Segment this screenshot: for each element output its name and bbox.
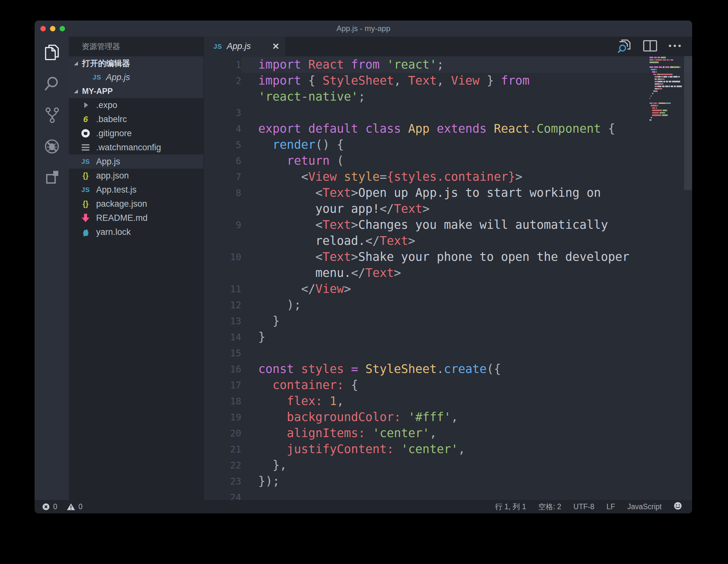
- line-number: 17: [204, 377, 241, 393]
- activity-search-button[interactable]: [35, 68, 69, 99]
- open-editor-item-App.js[interactable]: JSApp.js: [69, 70, 203, 84]
- code-line-10: 10 <Text>Shake your phone to open the de…: [204, 249, 692, 265]
- code-line-24: 24: [204, 489, 692, 500]
- file-label: .watchmanconfig: [96, 143, 161, 153]
- tree-item-.gitignore[interactable]: .gitignore: [69, 126, 203, 140]
- traffic-lights: [40, 21, 65, 37]
- line-number: [204, 89, 241, 105]
- babel-icon: 6: [83, 114, 88, 124]
- code-line-3: 3: [204, 105, 692, 121]
- open-editors-header[interactable]: 打开的编辑器: [69, 56, 203, 70]
- status-language-mode[interactable]: JavaScript: [627, 502, 662, 511]
- file-label: .babelrc: [96, 114, 127, 124]
- js-file-icon: JS: [81, 158, 90, 165]
- tree-item-yarn.lock[interactable]: yarn.lock: [69, 225, 203, 239]
- errors-indicator[interactable]: 0: [42, 502, 57, 511]
- sidebar-explorer: 资源管理器 打开的编辑器 JSApp.js MY-APP .expo6.babe…: [69, 37, 203, 500]
- line-number: 12: [204, 297, 241, 313]
- chevron-expanded-icon: [74, 62, 78, 65]
- github-icon: [81, 129, 90, 138]
- tree-item-app.json[interactable]: {}app.json: [69, 169, 203, 183]
- project-root-header[interactable]: MY-APP: [69, 84, 203, 98]
- line-number: 22: [204, 457, 241, 473]
- zoom-window-button[interactable]: [60, 26, 65, 31]
- line-number: 2: [204, 73, 241, 89]
- open-editor-label: App.js: [106, 72, 130, 82]
- js-file-icon: JS: [81, 186, 90, 194]
- file-search-icon: [617, 38, 633, 53]
- tree-item-.expo[interactable]: .expo: [69, 98, 203, 112]
- code-line-12: 12 );: [204, 297, 692, 313]
- code-line-7: 7 <View style={styles.container}>: [204, 169, 692, 185]
- code-line-1: 1import React from 'react';: [204, 57, 692, 73]
- split-editor-button[interactable]: [643, 39, 658, 54]
- activity-extensions-button[interactable]: [35, 162, 69, 194]
- ellipsis-icon: [668, 43, 682, 49]
- file-label: package.json: [96, 199, 147, 209]
- code-line-17: 17 container: {: [204, 377, 692, 393]
- minimap[interactable]: [649, 56, 684, 500]
- activity-explorer-button[interactable]: [35, 37, 69, 68]
- file-label: .gitignore: [96, 129, 132, 138]
- status-bar: 0 0 行 1, 列 1空格: 2UTF-8LFJavaScript: [35, 500, 692, 513]
- code-line-4: 4export default class App extends React.…: [204, 121, 692, 137]
- line-number: 21: [204, 441, 241, 457]
- line-number: 16: [204, 361, 241, 377]
- tab-appjs[interactable]: JS App.js ✕: [204, 37, 285, 56]
- status-cursor-position[interactable]: 行 1, 列 1: [495, 502, 526, 512]
- editor-group: JS App.js ✕: [203, 37, 692, 500]
- activity-bar: [35, 37, 69, 500]
- line-number: [204, 265, 241, 281]
- search-icon: [43, 75, 61, 93]
- activity-debug-button[interactable]: [35, 131, 69, 162]
- tree-item-.watchmanconfig[interactable]: .watchmanconfig: [69, 140, 203, 154]
- line-number: 5: [204, 137, 241, 153]
- code-line-9-wrap: reload.</Text>: [204, 233, 692, 249]
- tree-item-.babelrc[interactable]: 6.babelrc: [69, 112, 203, 126]
- tab-bar: JS App.js ✕: [204, 37, 692, 56]
- tree-item-package.json[interactable]: {}package.json: [69, 197, 203, 211]
- line-number: 7: [204, 169, 241, 185]
- json-file-icon: {}: [83, 171, 88, 180]
- warning-icon: [66, 502, 76, 511]
- line-number: 13: [204, 313, 241, 329]
- open-editors-list: JSApp.js: [69, 70, 203, 84]
- js-file-icon: JS: [93, 73, 101, 81]
- status-indentation[interactable]: 空格: 2: [538, 502, 561, 512]
- line-number: [204, 201, 241, 217]
- warning-count: 0: [79, 502, 83, 511]
- editor-scrollbar[interactable]: [684, 56, 692, 190]
- code-line-19: 19 backgroundColor: '#fff',: [204, 409, 692, 425]
- close-window-button[interactable]: [40, 26, 46, 31]
- line-number: 15: [204, 345, 241, 361]
- activity-source-control-button[interactable]: [35, 99, 69, 131]
- file-label: App.js: [96, 157, 120, 167]
- tree-item-README.md[interactable]: README.md: [69, 211, 203, 225]
- close-tab-icon[interactable]: ✕: [272, 41, 279, 52]
- more-actions-button[interactable]: [668, 43, 682, 50]
- code-editor[interactable]: 1import React from 'react';2import { Sty…: [204, 56, 692, 500]
- tree-item-App.test.js[interactable]: JSApp.test.js: [69, 183, 203, 197]
- open-editors-label: 打开的编辑器: [82, 58, 130, 69]
- file-label: yarn.lock: [96, 227, 131, 237]
- line-number: 23: [204, 473, 241, 489]
- code-lines: 1import React from 'react';2import { Sty…: [204, 56, 692, 500]
- code-line-18: 18 flex: 1,: [204, 393, 692, 409]
- status-encoding[interactable]: UTF-8: [574, 502, 594, 511]
- line-number: 6: [204, 153, 241, 169]
- line-number: 4: [204, 121, 241, 137]
- status-eol[interactable]: LF: [607, 502, 615, 511]
- code-line-5: 5 render() {: [204, 137, 692, 153]
- tree-item-App.js[interactable]: JSApp.js: [69, 154, 203, 169]
- find-in-file-button[interactable]: [617, 38, 633, 54]
- code-line-8-wrap: your app!</Text>: [204, 201, 692, 217]
- files-icon: [43, 43, 61, 62]
- line-number: 14: [204, 329, 241, 345]
- line-number: 8: [204, 185, 241, 201]
- minimize-window-button[interactable]: [50, 26, 55, 31]
- code-line-23: 23});: [204, 473, 692, 489]
- warnings-indicator[interactable]: 0: [66, 502, 83, 511]
- feedback-button[interactable]: [673, 501, 683, 512]
- json-file-icon: {}: [83, 200, 88, 208]
- file-label: App.test.js: [96, 185, 137, 195]
